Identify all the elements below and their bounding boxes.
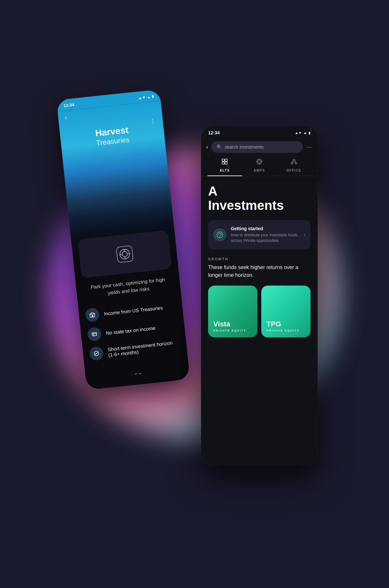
right-status-time: 12:34: [208, 130, 220, 135]
vista-fund-card[interactable]: Vista PRIVATE EQUITY: [208, 286, 257, 337]
svg-rect-15: [222, 162, 224, 164]
search-placeholder-text: search investments: [225, 144, 264, 150]
getting-started-subtitle: How to distribute your investable funds …: [231, 232, 299, 243]
signal-icon-right: ▲▼: [295, 131, 302, 135]
svg-point-23: [293, 159, 295, 161]
amps-logo-icon: [116, 245, 134, 263]
right-status-icons: ▲▼ ▲ ▮: [295, 131, 311, 135]
svg-point-25: [295, 163, 297, 164]
phones-container: 12:34 ▲▼ ▲ ▮ ‹ ⋮ Harvest Treasuries: [65, 67, 324, 521]
tab-alts[interactable]: ALTS: [207, 158, 242, 176]
growth-section-label: GROWTH: [208, 257, 311, 261]
right-status-bar: 12:34 ▲▼ ▲ ▮: [201, 126, 318, 139]
svg-line-9: [92, 334, 97, 334]
tab-amps[interactable]: AMPS: [242, 158, 277, 176]
page-heading: A Investments: [208, 184, 311, 212]
phone-right: 12:34 ▲▼ ▲ ▮ ‹ 🔍 search investments ⋯: [201, 126, 318, 466]
svg-line-27: [295, 161, 296, 162]
svg-rect-13: [222, 159, 224, 161]
battery-icon: ▮: [152, 94, 154, 99]
tab-office[interactable]: OFFICE: [277, 158, 311, 176]
tabs-row: ALTS AMPS: [201, 155, 318, 176]
svg-line-3: [125, 257, 125, 259]
horizon-feature-text: Short-term investment horizon (1-6+ mont…: [107, 339, 180, 358]
treasury-icon: [85, 307, 100, 322]
battery-icon-right: ▮: [309, 131, 311, 135]
left-status-time: 12:34: [63, 102, 75, 108]
amps-tab-icon: [256, 158, 263, 167]
features-list: Income from US Treasuries No state tax o…: [78, 295, 188, 370]
svg-line-10: [94, 333, 94, 336]
vista-fund-type: PRIVATE EQUITY: [213, 329, 252, 332]
signal-icon: ▲▼: [138, 95, 146, 100]
svg-point-1: [122, 251, 128, 257]
tpg-fund-card[interactable]: TPG PRIVATE EQUITY: [261, 286, 311, 337]
fund-cards-row: Vista PRIVATE EQUITY TPG PRIVATE EQUITY: [208, 286, 311, 337]
phone-left: 12:34 ▲▼ ▲ ▮ ‹ ⋮ Harvest Treasuries: [56, 89, 190, 390]
svg-point-24: [291, 163, 293, 164]
tax-icon: [87, 327, 102, 342]
tab-amps-label: AMPS: [254, 169, 265, 172]
right-back-button[interactable]: ‹: [206, 144, 208, 151]
feature-item-tax: No state tax on income: [87, 319, 179, 342]
tab-office-label: OFFICE: [287, 169, 301, 172]
getting-started-arrow: ›: [304, 232, 305, 238]
right-more-button[interactable]: ⋯: [306, 143, 312, 151]
left-status-icons: ▲▼ ▲ ▮: [138, 94, 154, 100]
getting-started-text: Getting started How to distribute your i…: [231, 226, 299, 243]
svg-rect-14: [225, 159, 227, 161]
svg-line-26: [292, 161, 293, 162]
alts-icon: [221, 158, 228, 167]
svg-line-4: [120, 254, 122, 255]
svg-line-2: [124, 249, 124, 252]
getting-started-icon: [213, 228, 226, 241]
svg-rect-16: [225, 162, 227, 164]
tpg-fund-type: PRIVATE EQUITY: [266, 329, 305, 332]
search-input[interactable]: 🔍 search investments: [211, 141, 303, 153]
svg-point-0: [119, 249, 130, 259]
svg-point-29: [219, 236, 220, 237]
growth-section-desc: These funds seek higher returns over a l…: [208, 264, 311, 279]
wifi-icon: ▲: [147, 95, 151, 99]
left-header: ‹ ⋮ Harvest Treasuries: [58, 101, 171, 202]
tax-feature-text: No state tax on income: [106, 325, 156, 336]
search-icon: 🔍: [217, 144, 222, 150]
left-menu-button[interactable]: ⋮: [149, 117, 157, 125]
svg-line-5: [127, 254, 130, 254]
wifi-icon-right: ▲: [303, 131, 307, 135]
getting-started-title: Getting started: [231, 226, 299, 231]
office-tab-icon: [290, 158, 298, 167]
svg-rect-7: [92, 315, 93, 317]
horizon-icon: [89, 346, 104, 361]
main-content: A Investments Getting started How to dis…: [201, 176, 318, 345]
svg-point-18: [258, 160, 261, 163]
vista-fund-name: Vista: [213, 320, 252, 328]
tpg-fund-name: TPG: [266, 320, 305, 328]
getting-started-card[interactable]: Getting started How to distribute your i…: [208, 220, 311, 249]
feature-item-horizon: Short-term investment horizon (1-6+ mont…: [89, 338, 181, 361]
tab-alts-label: ALTS: [220, 169, 230, 172]
search-bar-row: ‹ 🔍 search investments ⋯: [201, 139, 318, 155]
treasury-feature-text: Income from US Treasuries: [104, 305, 163, 316]
